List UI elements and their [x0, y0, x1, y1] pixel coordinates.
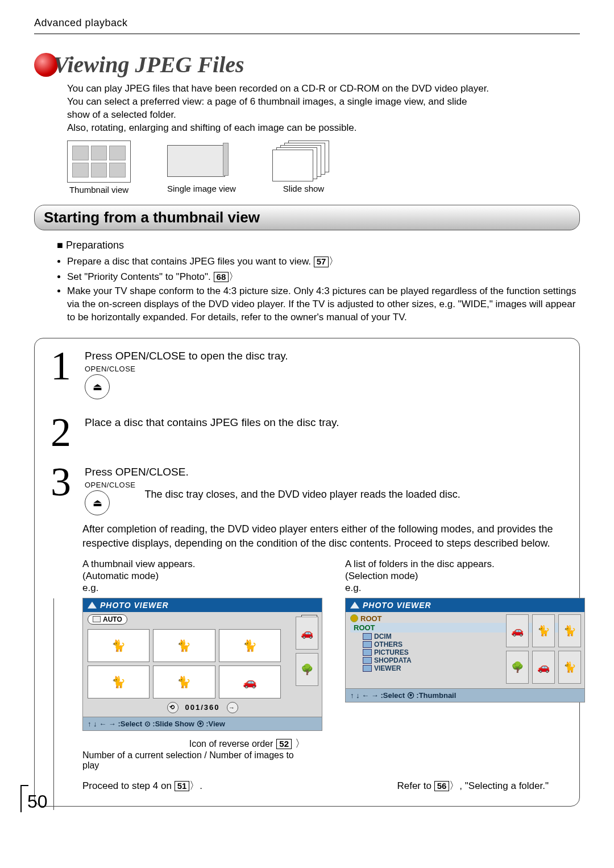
prep-item: Make your TV shape conform to the 4:3 pi…: [67, 285, 580, 324]
side-thumb: 🌳: [506, 651, 529, 684]
mode-chip: AUTO: [88, 614, 127, 625]
viewer-title: PHOTO VIEWER: [346, 598, 584, 612]
viewer-title: PHOTO VIEWER: [83, 598, 322, 612]
prep-item: Set "Priority Contents" to "Photo". 68〉: [67, 270, 580, 284]
step-subtext: The disc tray closes, and the DVD video …: [145, 478, 460, 501]
thumbnail-cell: 🐈: [88, 629, 150, 662]
open-close-button-icon: ⏏: [85, 490, 110, 515]
slide-show-caption: Slide show: [272, 184, 335, 193]
image-counter: 001/360: [185, 703, 220, 712]
annotation: Icon of reverse order: [189, 739, 273, 749]
page-ref-icon: 57: [314, 257, 329, 267]
thumbnail-cell: 🐈: [153, 666, 215, 698]
hint-bar: ↑ ↓ ← → :Select ⊙ :Slide Show ⦿ :View: [83, 717, 322, 730]
page-title: Viewing JPEG Files: [53, 51, 244, 78]
proceed-note: Refer to 56〉, "Selecting a folder.": [397, 779, 566, 792]
step-number: 1: [48, 350, 73, 399]
section-header: Advanced playback: [34, 17, 580, 29]
thumbnail-cell: 🐈: [219, 629, 281, 662]
page-ref-icon: 51: [175, 781, 190, 792]
annotation: Number of a current selection / Number o…: [82, 750, 298, 771]
intro-text: You can play JPEG files that have been r…: [67, 82, 580, 135]
page-ref-icon: 56: [434, 781, 450, 792]
steps-panel: 1 Press OPEN/CLOSE to open the disc tray…: [34, 338, 580, 807]
step-text: Place a disc that contains JPEG files on…: [85, 416, 566, 429]
page-ref-icon: 52: [276, 739, 292, 750]
thumbnail-cell: 🚗: [219, 666, 281, 698]
step-text: Press OPEN/CLOSE to open the disc tray.: [85, 350, 566, 362]
photo-viewer-auto: PHOTO VIEWER AUTO A↕Z 🐈 🐈 🐈 🐈 🐈 🚗: [82, 598, 322, 731]
thumbnail-cell: 🐈: [88, 666, 150, 698]
side-thumb: 🐈: [558, 651, 581, 684]
page-ref-icon: 68: [214, 272, 229, 283]
prep-item: Prepare a disc that contains JPEG files …: [67, 254, 580, 268]
section-heading: Starting from a thumbnail view: [34, 205, 580, 230]
side-thumb: 🚗: [532, 651, 555, 684]
next-icon: →: [227, 702, 238, 713]
proceed-note: Proceed to step 4 on 51〉.: [82, 779, 202, 792]
thumbnail-view-caption: Thumbnail view: [67, 185, 131, 195]
hint-bar: ↑ ↓ ← → :Select ⦿ :Thumbnail: [346, 688, 584, 702]
thumbnail-view-icon: [67, 140, 131, 183]
side-thumb: 🐈: [558, 614, 581, 647]
button-label: OPEN/CLOSE: [85, 365, 566, 373]
after-reading-text: After completion of reading, the DVD vid…: [82, 522, 566, 550]
slide-show-icon: [272, 140, 335, 181]
button-label: OPEN/CLOSE: [85, 481, 136, 489]
divider: [34, 34, 580, 34]
single-image-caption: Single image view: [167, 184, 236, 193]
single-image-view-icon: [167, 140, 230, 181]
step-text: Press OPEN/CLOSE.: [85, 466, 566, 478]
page-number: 50: [20, 786, 48, 812]
mode-caption: A thumbnail view appears. (Automatic mod…: [82, 558, 322, 594]
side-thumb: 🐈: [532, 614, 555, 647]
mode-caption: A list of folders in the disc appears. (…: [345, 558, 585, 594]
open-close-button-icon: ⏏: [85, 374, 110, 399]
side-thumb: 🚗: [296, 617, 318, 650]
side-thumb: 🚗: [506, 614, 529, 647]
side-thumb: 🌳: [296, 653, 318, 686]
step-number: 3: [48, 466, 73, 515]
photo-viewer-selection: PHOTO VIEWER ROOT ROOT DCIM OTHERS PICTU…: [345, 598, 585, 702]
step-number: 2: [48, 416, 73, 449]
preparations-heading: Preparations: [57, 238, 580, 252]
prev-icon: ⟲: [167, 702, 179, 713]
thumbnail-cell: 🐈: [153, 629, 215, 662]
